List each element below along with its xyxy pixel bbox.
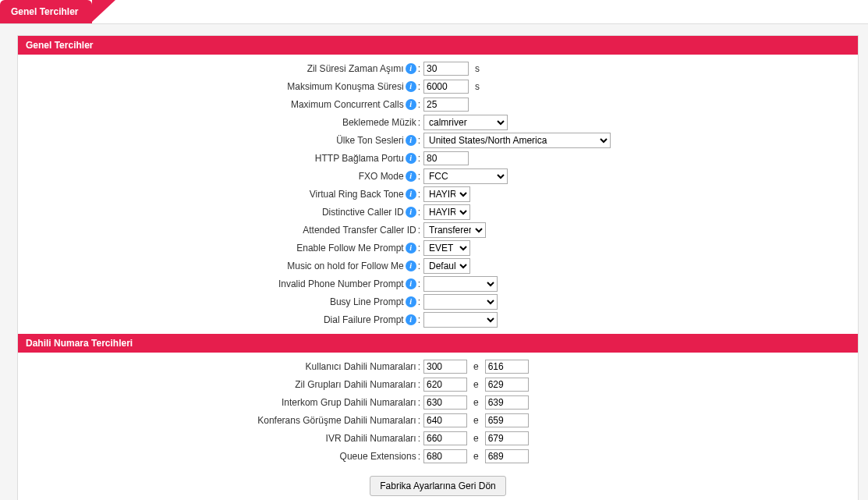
input-intercom-ext-from[interactable] <box>423 395 467 410</box>
input-ring-timeout[interactable] <box>423 62 469 76</box>
input-ring-group-ext-from[interactable] <box>423 378 467 392</box>
info-icon[interactable]: i <box>406 243 416 254</box>
range-separator: e <box>470 451 482 462</box>
input-ivr-ext-to[interactable] <box>485 431 529 445</box>
label-ring-group-extensions: Zil Grupları Dahili Numaraları <box>295 379 416 390</box>
label-max-call-duration: Maksimum Konuşma Süresi <box>287 81 403 92</box>
label-ivr-extensions: IVR Dahili Numaraları <box>326 433 416 444</box>
unit-seconds: s <box>472 81 480 92</box>
input-ivr-ext-from[interactable] <box>423 431 467 445</box>
label-country-tones: Ülke Ton Sesleri <box>336 135 403 146</box>
input-conference-ext-to[interactable] <box>485 413 529 427</box>
input-max-concurrent-calls[interactable] <box>423 98 469 112</box>
input-queue-ext-from[interactable] <box>423 449 467 463</box>
row-dial-failure-prompt: Dial Failure Prompt i : <box>26 311 850 328</box>
info-icon[interactable]: i <box>406 314 416 325</box>
input-intercom-ext-to[interactable] <box>485 395 529 410</box>
row-follow-me-prompt: Enable Follow Me Prompt i : EVET <box>26 239 850 257</box>
select-dial-failure-prompt[interactable] <box>423 312 498 328</box>
input-ring-group-ext-to[interactable] <box>485 378 529 392</box>
input-user-ext-to[interactable] <box>485 360 529 374</box>
info-icon[interactable]: i <box>406 153 416 164</box>
info-icon[interactable]: i <box>406 189 416 200</box>
range-separator: e <box>470 433 482 444</box>
info-icon[interactable]: i <box>406 81 416 92</box>
row-ring-timeout: Zil Süresi Zaman Aşımı i : s <box>26 60 850 77</box>
section-title-general: Genel Tercihler <box>26 40 93 51</box>
input-http-port[interactable] <box>423 151 469 165</box>
row-ivr-extensions: IVR Dahili Numaraları : e <box>26 430 850 447</box>
label-attended-transfer-cid: Attended Transfer Caller ID <box>303 225 416 236</box>
select-virtual-ringback[interactable]: HAYIR <box>423 186 470 202</box>
select-country-tones[interactable]: United States/North America <box>423 133 611 148</box>
label-distinctive-caller-id: Distinctive Caller ID <box>322 207 404 218</box>
row-fxo-mode: FXO Mode i : FCC <box>26 168 850 185</box>
range-separator: e <box>470 415 482 426</box>
info-icon[interactable]: i <box>406 171 416 182</box>
info-icon[interactable]: i <box>406 278 416 289</box>
row-follow-me-moh: Music on hold for Follow Me i : Default <box>26 257 850 275</box>
select-distinctive-caller-id[interactable]: HAYIR <box>423 204 470 220</box>
info-icon[interactable]: i <box>406 296 416 307</box>
info-icon[interactable]: i <box>406 207 416 218</box>
label-conference-extensions: Konferans Görüşme Dahili Numaraları <box>257 415 416 426</box>
select-music-on-hold[interactable]: calmriver <box>423 115 508 130</box>
header-divider <box>0 23 868 24</box>
range-separator: e <box>470 361 482 372</box>
input-max-call-duration[interactable] <box>423 80 469 94</box>
row-attended-transfer-cid: Attended Transfer Caller ID : Transferer <box>26 222 850 239</box>
page-tab-label: Genel Tercihler <box>11 6 78 17</box>
row-music-on-hold: Beklemede Müzik : calmriver <box>26 114 850 131</box>
section-title-extensions: Dahili Numara Tercihleri <box>26 338 133 349</box>
info-icon[interactable]: i <box>406 99 416 110</box>
row-country-tones: Ülke Ton Sesleri i : United States/North… <box>26 132 850 149</box>
info-icon[interactable]: i <box>406 135 416 146</box>
label-dial-failure-prompt: Dial Failure Prompt <box>324 314 404 325</box>
main-panel: Genel Tercihler Zil Süresi Zaman Aşımı i… <box>17 35 859 500</box>
row-virtual-ringback: Virtual Ring Back Tone i : HAYIR <box>26 186 850 203</box>
label-follow-me-prompt: Enable Follow Me Prompt <box>296 243 403 254</box>
row-max-call-duration: Maksimum Konuşma Süresi i : s <box>26 78 850 95</box>
input-user-ext-from[interactable] <box>423 360 467 374</box>
label-http-port: HTTP Bağlama Portu <box>315 153 404 164</box>
unit-seconds: s <box>472 63 480 74</box>
label-invalid-number-prompt: Invalid Phone Number Prompt <box>278 278 404 289</box>
label-follow-me-moh: Music on hold for Follow Me <box>287 261 403 271</box>
range-separator: e <box>470 379 482 390</box>
label-max-concurrent-calls: Maximum Concurrent Calls <box>291 99 404 110</box>
page-tab-general-preferences: Genel Tercihler <box>0 0 92 23</box>
range-separator: e <box>470 397 482 408</box>
info-icon[interactable]: i <box>406 261 416 271</box>
factory-defaults-button[interactable]: Fabrika Ayarlarına Geri Dön <box>370 476 506 496</box>
select-follow-me-moh[interactable]: Default <box>423 258 470 274</box>
label-user-extensions: Kullanıcı Dahili Numaraları <box>306 361 416 372</box>
select-busy-line-prompt[interactable] <box>423 294 498 310</box>
factory-defaults-label: Fabrika Ayarlarına Geri Dön <box>380 480 496 491</box>
page-header: Genel Tercihler <box>0 0 868 23</box>
section-header-extensions: Dahili Numara Tercihleri <box>18 334 858 353</box>
label-queue-extensions: Queue Extensions <box>340 451 416 462</box>
row-conference-extensions: Konferans Görüşme Dahili Numaraları : e <box>26 412 850 429</box>
input-queue-ext-to[interactable] <box>485 449 529 463</box>
select-attended-transfer-cid[interactable]: Transferer <box>423 222 486 238</box>
label-music-on-hold: Beklemede Müzik <box>342 117 416 128</box>
row-ring-group-extensions: Zil Grupları Dahili Numaraları : e <box>26 376 850 393</box>
section-header-general: Genel Tercihler <box>18 36 858 55</box>
row-http-port: HTTP Bağlama Portu i : <box>26 150 850 167</box>
row-queue-extensions: Queue Extensions : e <box>26 448 850 465</box>
row-intercom-group-extensions: Interkom Grup Dahili Numaraları : e <box>26 394 850 411</box>
section-body-extensions: Kullanıcı Dahili Numaraları : e Zil Grup… <box>18 353 858 500</box>
section-body-general: Zil Süresi Zaman Aşımı i : s Maksimum Ko… <box>18 55 858 334</box>
label-virtual-ringback: Virtual Ring Back Tone <box>310 189 404 200</box>
select-fxo-mode[interactable]: FCC <box>423 168 508 184</box>
label-fxo-mode: FXO Mode <box>359 171 404 182</box>
row-busy-line-prompt: Busy Line Prompt i : <box>26 293 850 310</box>
select-follow-me-prompt[interactable]: EVET <box>423 240 470 256</box>
row-user-extensions: Kullanıcı Dahili Numaraları : e <box>26 358 850 375</box>
label-intercom-group-extensions: Interkom Grup Dahili Numaraları <box>282 397 416 408</box>
info-icon[interactable]: i <box>406 63 416 74</box>
select-invalid-number-prompt[interactable] <box>423 276 498 292</box>
label-ring-timeout: Zil Süresi Zaman Aşımı <box>307 63 404 74</box>
row-max-concurrent-calls: Maximum Concurrent Calls i : <box>26 96 850 113</box>
input-conference-ext-from[interactable] <box>423 413 467 427</box>
